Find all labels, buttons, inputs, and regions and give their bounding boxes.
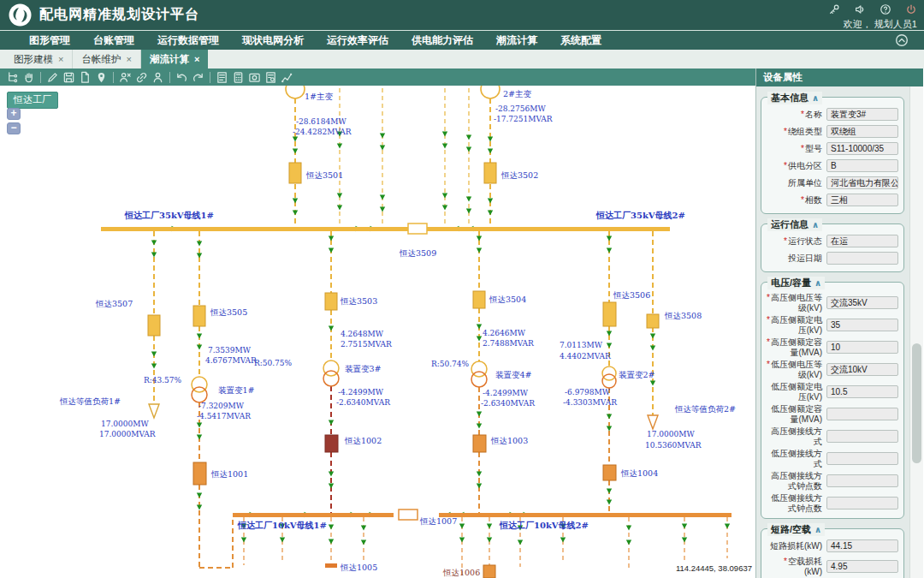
report-export-icon[interactable] [214,69,230,85]
breaker-3506[interactable] [603,302,616,326]
field-input[interactable]: S11-10000/35 [826,142,898,155]
field-input[interactable] [826,252,898,265]
redo-icon[interactable] [190,69,206,85]
document-icon[interactable] [77,69,93,85]
field-input[interactable]: 10 [826,341,898,354]
flow-arrow-icon [293,137,298,142]
breaker-3505[interactable] [193,306,205,326]
save-icon[interactable] [61,69,77,85]
menu-item-grid-analysis[interactable]: 现状电网分析 [242,33,304,48]
bus-10kv-2[interactable] [439,513,732,517]
calculator-icon[interactable] [230,69,246,85]
breaker-1001[interactable] [193,462,206,485]
flow-arrow-icon [477,325,482,330]
flow-arrow-icon [151,253,157,258]
volume-icon[interactable] [854,3,866,15]
collapse-menu-icon[interactable] [895,33,909,51]
menu-item-system-config[interactable]: 系统配置 [560,33,601,48]
value-tx1-q: -24.4282MVAR [293,128,352,136]
field-input[interactable]: 10.5 [826,385,898,398]
field-input[interactable]: 三相 [826,194,898,206]
dist-transformer-4-symbol[interactable] [471,361,487,387]
tab-close-icon[interactable]: × [58,54,63,64]
load-2-arrow[interactable] [648,415,658,429]
field-input[interactable]: 河北省电力有限公司 [826,176,898,189]
breaker-3507[interactable] [148,315,160,336]
zoom-out-button[interactable]: − [7,122,21,134]
breaker-1006-symbol[interactable] [483,565,495,578]
field-input[interactable]: 4.95 [826,560,898,573]
field-input[interactable]: 在运 [826,235,898,247]
breaker-3501[interactable] [289,163,301,183]
dist-transformer-2-symbol[interactable] [602,366,616,388]
bus-35kv-1[interactable] [101,227,417,231]
tab-power-flow[interactable]: 潮流计算 × [141,50,208,69]
breaker-3508[interactable] [647,314,659,328]
field-input[interactable] [826,474,898,487]
curve-chart-icon[interactable] [279,69,295,85]
field-input[interactable]: B [826,159,898,172]
dist-transformer-3-symbol[interactable] [323,361,339,386]
tab-ledger-maintenance[interactable]: 台帐维护 × [73,50,140,69]
field-input[interactable]: 交流35kV [826,296,898,309]
bus-10kv-1[interactable] [233,513,394,517]
power-icon[interactable] [905,3,917,15]
field-input[interactable]: 交流10kV [826,363,898,376]
breaker-3503[interactable] [325,293,337,310]
diagram-canvas[interactable]: 恒达工厂 + − 114.24445, 38.09637 [0,86,755,578]
station-overlay-label[interactable]: 恒达工厂 [7,92,58,109]
zoom-in-button[interactable]: + [7,108,21,120]
tab-close-icon[interactable]: × [194,54,199,64]
flow-arrow-icon [197,253,202,259]
pan-hand-icon[interactable] [21,69,37,85]
location-pin-icon[interactable] [93,69,110,85]
tie-breaker-1007[interactable] [399,509,418,520]
collapse-caret-icon[interactable]: ∧ [812,93,819,103]
terminal-1005[interactable] [325,563,337,568]
collapse-caret-icon[interactable]: ∧ [812,220,819,229]
user-remove-icon[interactable] [117,69,133,85]
tab-close-icon[interactable]: × [126,54,131,64]
hierarchy-tree-icon[interactable] [4,69,21,85]
main-transformer-2-symbol[interactable] [481,86,500,98]
breaker-3504[interactable] [473,291,485,308]
field-input[interactable]: 44.15 [826,539,898,552]
panel-scrollbar[interactable] [909,86,923,578]
help-icon[interactable] [880,3,891,15]
bus-35kv-2[interactable] [422,227,670,231]
breaker-1002-open[interactable] [325,435,338,452]
field-input[interactable] [826,408,898,420]
document-settings-icon[interactable] [263,69,279,85]
link-icon[interactable] [133,69,150,85]
menu-item-operation-data[interactable]: 运行数据管理 [157,33,219,48]
field-input[interactable] [826,430,898,443]
breaker-1004[interactable] [603,465,616,480]
menu-item-ledger[interactable]: 台账管理 [93,33,134,48]
screenshot-icon[interactable] [246,69,263,85]
field-input[interactable] [826,452,898,465]
menu-item-power-flow[interactable]: 潮流计算 [496,33,537,48]
field-input[interactable]: 装置变3# [826,108,898,121]
menu-item-efficiency-eval[interactable]: 运行效率评估 [327,33,388,48]
dist-transformer-1-symbol[interactable] [192,377,207,402]
edit-pencil-icon[interactable] [44,69,61,85]
field-input[interactable]: 35 [826,319,898,331]
field-input[interactable]: 双绕组 [826,125,898,138]
key-icon[interactable] [828,3,840,15]
menu-item-graphics[interactable]: 图形管理 [29,33,70,48]
tab-graphic-modeling[interactable]: 图形建模 × [5,50,73,69]
flow-arrow-icon [293,199,298,204]
collapse-caret-icon[interactable]: ∧ [814,278,821,288]
tie-breaker-3509[interactable] [408,223,427,234]
field-input[interactable] [826,497,898,509]
user-icon[interactable] [150,69,166,85]
main-transformer-1-symbol[interactable] [286,86,305,98]
scrollbar-thumb[interactable] [912,343,921,463]
undo-icon[interactable] [174,69,190,85]
collapse-caret-icon[interactable]: ∧ [814,525,821,534]
breaker-3502[interactable] [484,163,496,183]
flow-arrow-icon [477,472,482,477]
breaker-1003[interactable] [473,435,486,452]
menu-item-supply-capability[interactable]: 供电能力评估 [412,33,473,48]
load-1-arrow[interactable] [149,404,159,418]
